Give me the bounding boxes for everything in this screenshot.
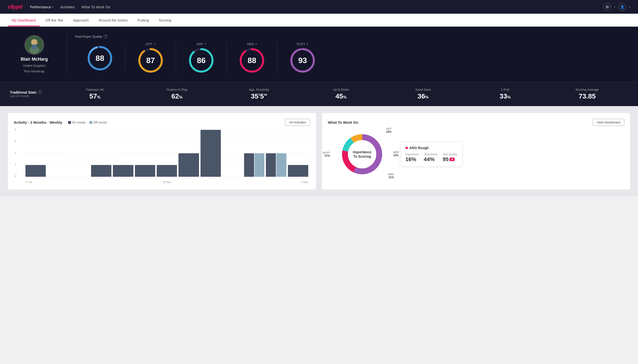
- app-score-card: APP ↗ 86: [176, 42, 227, 74]
- ott-segment-value: 10%: [386, 130, 391, 133]
- bar-group: [288, 165, 308, 177]
- nav-performance[interactable]: Performance ▾: [30, 5, 53, 9]
- svg-rect-3: [32, 44, 37, 49]
- activity-card-title: Activity - 3 Months - Weekly: [14, 120, 62, 124]
- arg-segment-value: 21%: [388, 176, 394, 179]
- bar-group: [244, 153, 264, 177]
- view-dashboard-button[interactable]: View Dashboard: [593, 119, 624, 126]
- ott-trend-icon: ↗: [153, 42, 155, 46]
- stat-up-and-down: Up & Down 45%: [300, 88, 382, 100]
- what-to-work-on-card: What To Work On View Dashboard OTT 10% A…: [322, 113, 630, 190]
- chevron-down-icon: ▾: [52, 6, 53, 8]
- stat-1-putt: 1 Putt 33%: [464, 88, 546, 100]
- tab-off-the-tee[interactable]: Off the Tee: [42, 14, 67, 26]
- player-name: Blair McHarg: [21, 57, 48, 62]
- main-score-ring: 88: [86, 45, 113, 72]
- putt-label: PUTT ↗: [297, 42, 308, 46]
- scores-row: 88 OTT ↗ 87 APP ↗: [75, 42, 628, 74]
- main-score-value: 88: [95, 54, 104, 62]
- player-country: United Kingdom: [23, 64, 46, 68]
- svg-point-1: [31, 39, 38, 46]
- app-trend-icon: ↗: [204, 42, 206, 46]
- tab-approach[interactable]: Approach: [69, 14, 93, 26]
- stat-scoring-average: Scoring Average 73.85: [546, 88, 628, 100]
- putt-value: 93: [298, 56, 307, 65]
- nav-what-to-work-on[interactable]: What To Work On: [82, 5, 110, 9]
- off-course-dot: [89, 121, 92, 124]
- main-content: Activity - 3 Months - Weekly On course O…: [0, 106, 638, 196]
- info-stat-importance: Importance 16%: [405, 153, 419, 162]
- bar-group: [266, 153, 286, 177]
- divider: [67, 34, 67, 74]
- tab-scoring[interactable]: Scoring: [155, 14, 175, 26]
- bar-group: [157, 165, 177, 177]
- ott-score-card: OTT ↗ 87: [125, 42, 176, 74]
- info-stats-row: Importance 16% Opportunity 44% Shot Qual…: [405, 153, 457, 162]
- info-panel-title: ARG Rough: [405, 146, 457, 150]
- bar-on-course: [288, 165, 308, 177]
- all-activities-button[interactable]: All Activities: [285, 119, 310, 126]
- ott-segment-label: OTT: [386, 127, 391, 130]
- putt-score-card: PUTT ↗ 93: [277, 42, 328, 74]
- bar-group: [135, 165, 155, 177]
- stats-label: Traditional Stats ?: [10, 90, 54, 94]
- add-button[interactable]: ⊕: [603, 3, 611, 11]
- arg-segment-label: ARG: [388, 173, 394, 176]
- wtwo-title: What To Work On: [328, 120, 358, 124]
- bar-on-course: [157, 165, 177, 177]
- arg-trend-icon: ↗: [255, 42, 257, 46]
- user-menu-button[interactable]: 👤: [618, 3, 626, 11]
- nav-activities[interactable]: Activities: [60, 5, 75, 9]
- activity-card-header: Activity - 3 Months - Weekly On course O…: [14, 119, 310, 126]
- arg-label: ARG ↗: [247, 42, 257, 46]
- bar-on-course: [26, 165, 46, 177]
- bar-group: [26, 165, 46, 177]
- wtwo-card-header: What To Work On View Dashboard: [328, 119, 624, 126]
- bar-group: [200, 130, 221, 177]
- player-card: Blair McHarg United Kingdom Plus Handica…: [10, 35, 59, 73]
- help-icon[interactable]: ?: [104, 34, 107, 38]
- putt-segment-label: PUTT: [323, 151, 330, 154]
- stats-bar: Traditional Stats ? Last 20 rounds Fairw…: [0, 82, 638, 106]
- app-segment-value: 12%: [393, 154, 399, 157]
- ott-label: OTT ↗: [146, 42, 155, 46]
- bar-on-course: [200, 130, 221, 177]
- info-panel: ARG Rough Importance 16% Opportunity 44%…: [400, 142, 463, 167]
- stat-app-proximity: App. Proximity 35'5": [218, 88, 300, 100]
- hero-section: Blair McHarg United Kingdom Plus Handica…: [0, 27, 638, 82]
- bar-chart: 4 3 2 1 0 7 Feb 28 Mar 9 May: [14, 130, 310, 184]
- add-chevron-icon: ▾: [614, 6, 615, 8]
- navbar-right: ⊕ ▾ 👤 ▾: [603, 3, 630, 11]
- player-handicap: Plus Handicap: [24, 70, 45, 73]
- arg-score-card: ARG ↗ 88: [227, 42, 277, 74]
- stat-sand-save: Sand Save 36%: [382, 88, 464, 100]
- stats-help-icon[interactable]: ?: [38, 90, 42, 94]
- ott-value: 87: [146, 56, 155, 65]
- shot-quality-badge: ▼: [450, 158, 455, 161]
- app-label: APP ↗: [196, 42, 206, 46]
- info-stat-opportunity: Opportunity 44%: [424, 153, 438, 162]
- bar-on-course: [91, 165, 111, 177]
- x-axis-labels: 7 Feb 28 Mar 9 May: [24, 181, 310, 184]
- legend-on-course: On course: [68, 121, 85, 124]
- wtwo-body: OTT 10% APP 12% ARG 21% PUTT 57%: [328, 130, 624, 179]
- info-panel-dot: [405, 147, 408, 149]
- on-course-dot: [68, 121, 71, 124]
- bar-off-course: [276, 153, 286, 177]
- app-segment-label: APP: [393, 151, 399, 154]
- activity-legend: On course Off course: [68, 121, 107, 124]
- bar-on-course: [266, 153, 276, 177]
- user-chevron-icon: ▾: [629, 6, 630, 8]
- tab-putting[interactable]: Putting: [134, 14, 153, 26]
- tab-my-dashboard[interactable]: My Dashboard: [8, 14, 40, 26]
- nav-links: Performance ▾ Activities What To Work On: [30, 5, 595, 9]
- activity-card: Activity - 3 Months - Weekly On course O…: [8, 113, 316, 190]
- scores-section: Total Player Quality ? 88 OTT ↗: [75, 34, 628, 74]
- putt-ring: 93: [289, 47, 316, 74]
- avatar: [25, 35, 44, 55]
- tab-around-the-green[interactable]: Around the Green: [95, 14, 132, 26]
- bar-group: [113, 165, 133, 177]
- info-stat-shot-quality: Shot Quality 95 ▼: [443, 153, 457, 162]
- bar-chart-bars: [24, 130, 310, 177]
- bar-on-course: [113, 165, 133, 177]
